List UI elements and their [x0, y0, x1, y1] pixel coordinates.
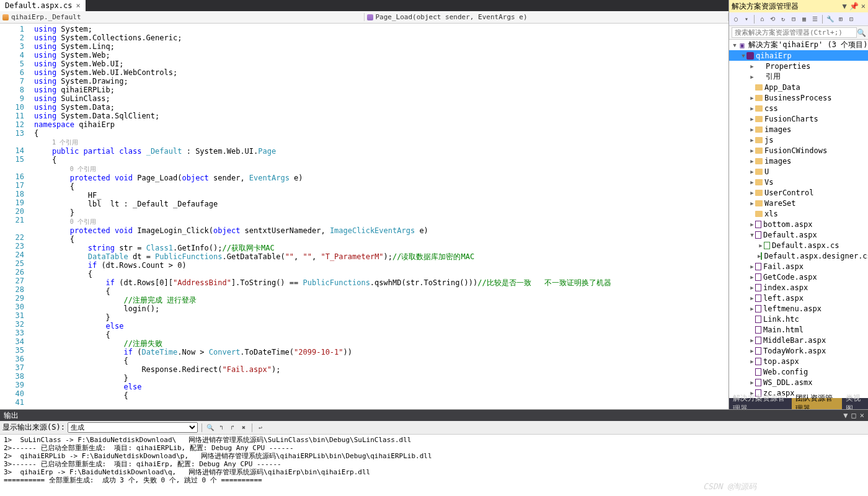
expand-icon[interactable]: ▶ — [749, 169, 755, 175]
expand-icon[interactable]: ▼ — [749, 232, 755, 238]
expand-icon[interactable]: ▶ — [758, 242, 764, 249]
view2-icon[interactable]: ⊡ — [847, 15, 856, 24]
tree-node[interactable]: ▶WS_DDL.asmx — [729, 377, 868, 388]
tree-node[interactable]: Link.htc — [729, 314, 868, 324]
tree-node[interactable]: App_Data — [729, 82, 868, 92]
tree-node[interactable]: ▶left.aspx — [729, 293, 868, 303]
expand-icon[interactable]: ▶ — [749, 137, 755, 143]
back-icon[interactable]: ◯ — [732, 15, 740, 24]
nav-member-dropdown[interactable]: Page_Load(object sender, EventArgs e) — [365, 13, 729, 21]
expand-icon[interactable]: ▼ — [740, 53, 746, 59]
pin-icon[interactable]: 📌 — [849, 2, 859, 11]
expand-icon[interactable]: ▶ — [749, 264, 755, 270]
clear-icon[interactable]: ✖ — [239, 423, 248, 432]
expand-icon[interactable]: ▶ — [749, 348, 755, 354]
close-icon[interactable]: × — [76, 1, 80, 10]
tree-node[interactable]: ▶FusionCharts — [729, 113, 868, 124]
tab-team-explorer[interactable]: 团队资源管理器 — [792, 398, 842, 409]
properties-icon[interactable]: ☰ — [810, 15, 819, 24]
expand-icon[interactable]: ▶ — [749, 158, 755, 164]
tab-solution-explorer[interactable]: 解决方案资源管理器 — [729, 398, 792, 409]
expand-icon[interactable]: ▶ — [749, 337, 755, 343]
tree-node[interactable]: ▶css — [729, 103, 868, 113]
expand-icon[interactable]: ▶ — [749, 379, 755, 386]
forward-icon[interactable]: ▾ — [742, 15, 751, 24]
tree-node[interactable]: Web.config — [729, 366, 868, 377]
tree-node[interactable]: ▶Vs — [729, 177, 868, 187]
solution-search: 🔍 — [729, 26, 868, 40]
expand-icon[interactable]: ▶ — [749, 179, 755, 185]
tab-class-view[interactable]: 类视图 — [842, 398, 868, 409]
tree-node[interactable]: xls — [729, 208, 868, 219]
nav-scope-dropdown[interactable]: qihaiErp._Default — [0, 13, 365, 21]
tree-node[interactable]: ▶GetCode.aspx — [729, 272, 868, 282]
collapse-icon[interactable]: ⊟ — [789, 15, 798, 24]
tree-node[interactable]: ▶TodayWork.aspx — [729, 345, 868, 356]
tree-node[interactable]: ▶FusionCWindows — [729, 145, 868, 156]
tree-node[interactable]: ▶Fail.aspx — [729, 261, 868, 272]
maximize-icon[interactable]: □ — [852, 411, 856, 420]
close-icon[interactable]: × — [860, 411, 864, 420]
tree-label: css — [764, 104, 778, 113]
tree-node[interactable]: ▶images — [729, 124, 868, 135]
code-area[interactable]: 1234567891011121314151617181920212223242… — [0, 24, 728, 409]
show-all-icon[interactable]: ▦ — [800, 15, 808, 24]
solution-tree[interactable]: ▼ ▣ 解决方案'qihaiErp' (3 个项目) ▼qihaiErp▶Pro… — [729, 40, 868, 398]
expand-icon[interactable]: ▶ — [749, 200, 755, 206]
tree-node[interactable]: ▶引用 — [729, 71, 868, 82]
tree-node[interactable]: ▶bottom.aspx — [729, 219, 868, 229]
dropdown-icon[interactable]: ▼ — [843, 411, 848, 420]
expand-icon[interactable]: ▶ — [749, 295, 755, 301]
expand-icon[interactable]: ▶ — [749, 306, 755, 312]
tree-node[interactable]: ▼qihaiErp — [729, 50, 868, 61]
tree-node[interactable]: ▶Default.aspx.cs — [729, 240, 868, 250]
tree-node[interactable]: ▶WareSet — [729, 198, 868, 208]
sync-icon[interactable]: ⟲ — [768, 15, 777, 24]
tree-node[interactable]: ▼Default.aspx — [729, 229, 868, 240]
tree-node[interactable]: ▶Properties — [729, 61, 868, 71]
expand-icon[interactable]: ▼ — [732, 42, 738, 48]
prev-icon[interactable]: ↰ — [217, 423, 226, 432]
tree-node[interactable]: ▶Default.aspx.designer.cs — [729, 250, 868, 261]
file-tab-label: Default.aspx.cs — [5, 1, 72, 10]
wrap-icon[interactable]: ↩ — [256, 423, 265, 432]
expand-icon[interactable]: ▶ — [749, 74, 755, 80]
find-icon[interactable]: 🔍 — [206, 423, 215, 432]
tree-node[interactable]: ▶leftmenu.aspx — [729, 303, 868, 314]
search-input[interactable] — [732, 27, 857, 38]
refresh-icon[interactable]: ↻ — [779, 15, 787, 24]
expand-icon[interactable]: ▶ — [749, 148, 755, 154]
output-source-select[interactable]: 生成 — [68, 422, 198, 433]
tree-label: U — [764, 167, 769, 176]
tree-node[interactable]: Main.html — [729, 324, 868, 335]
expand-icon[interactable]: ▶ — [749, 116, 755, 122]
file-tab-default[interactable]: Default.aspx.cs × — [0, 0, 86, 11]
expand-icon[interactable]: ▶ — [749, 190, 755, 196]
expand-icon[interactable]: ▶ — [749, 126, 755, 133]
next-icon[interactable]: ↱ — [228, 423, 237, 432]
search-icon[interactable]: 🔍 — [857, 29, 866, 37]
tree-node[interactable]: ▶U — [729, 166, 868, 177]
tree-node[interactable]: ▶index.aspx — [729, 282, 868, 293]
tree-node[interactable]: ▶BusinessProcess — [729, 92, 868, 103]
expand-icon[interactable]: ▶ — [749, 285, 755, 291]
dropdown-icon[interactable]: ▼ — [843, 2, 847, 11]
expand-icon[interactable]: ▶ — [749, 95, 755, 101]
expand-icon[interactable]: ▶ — [749, 63, 755, 69]
output-title: 输出 — [4, 410, 19, 421]
close-icon[interactable]: × — [861, 2, 866, 11]
view-icon[interactable]: ⊞ — [836, 15, 845, 24]
home-icon[interactable]: ⌂ — [758, 15, 766, 24]
solution-root[interactable]: ▼ ▣ 解决方案'qihaiErp' (3 个项目) — [729, 40, 868, 50]
code-body[interactable]: using System;using System.Collections.Ge… — [34, 24, 728, 409]
tree-node[interactable]: ▶js — [729, 135, 868, 145]
tree-node[interactable]: ▶top.aspx — [729, 356, 868, 366]
tree-node[interactable]: ▶MiddleBar.aspx — [729, 335, 868, 345]
tree-node[interactable]: ▶UserControl — [729, 187, 868, 198]
expand-icon[interactable]: ▶ — [749, 105, 755, 112]
expand-icon[interactable]: ▶ — [749, 358, 755, 365]
wrench-icon[interactable]: 🔧 — [826, 15, 835, 24]
expand-icon[interactable]: ▶ — [749, 221, 755, 228]
tree-node[interactable]: ▶images — [729, 156, 868, 166]
expand-icon[interactable]: ▶ — [749, 274, 755, 280]
